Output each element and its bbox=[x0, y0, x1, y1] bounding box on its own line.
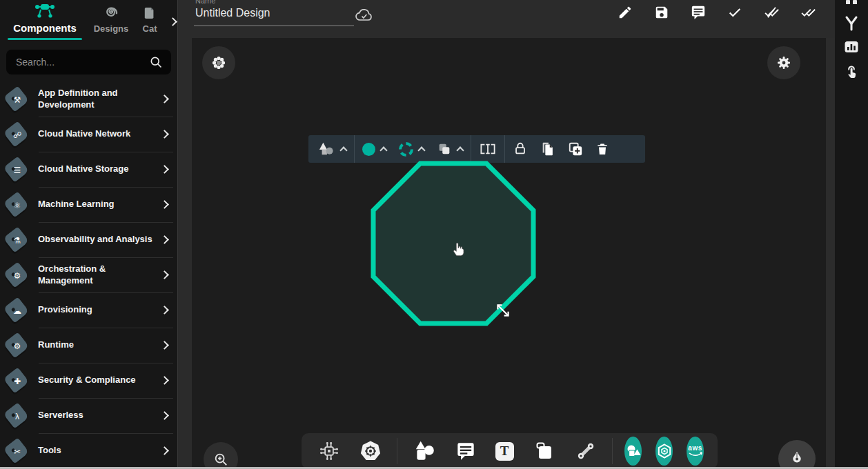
tab-scroll-chevron[interactable] bbox=[170, 15, 176, 28]
sidebar-list: ⚒ App Definition and Development ☍ Cloud… bbox=[0, 81, 177, 468]
chevron-right-icon bbox=[160, 411, 169, 420]
chevron-right-icon bbox=[160, 306, 169, 315]
chevron-up-icon bbox=[339, 146, 347, 154]
tab-designs[interactable]: Designs bbox=[87, 0, 135, 34]
sidebar-item-orchestration-management[interactable]: ⚙ Orchestration & Management bbox=[0, 257, 177, 292]
delete-button[interactable] bbox=[589, 135, 615, 163]
kubernetes-tool-button[interactable] bbox=[353, 440, 388, 462]
sidebar-item-label: Tools bbox=[29, 445, 161, 457]
deploy-button[interactable] bbox=[800, 5, 816, 20]
dashboard-chart-icon[interactable] bbox=[835, 39, 868, 55]
shape-picker-button[interactable] bbox=[311, 135, 353, 163]
app-definition-tag-icon: ⚒ bbox=[4, 86, 29, 112]
toolbar-divider bbox=[354, 135, 355, 163]
shapes-tool-button[interactable] bbox=[406, 440, 443, 462]
sidebar-item-label: Orchestration & Management bbox=[29, 263, 161, 287]
orchestration-tag-icon: ⚙ bbox=[4, 262, 29, 288]
partial-panel-icon[interactable] bbox=[835, 0, 868, 4]
comment-tool-button[interactable] bbox=[448, 441, 483, 461]
zoom-in-button[interactable] bbox=[204, 442, 238, 469]
design-canvas[interactable]: T bbox=[192, 38, 826, 469]
toolbar-divider bbox=[612, 438, 613, 464]
sidebar-item-label: Security & Compliance bbox=[29, 375, 161, 386]
duplicate-button[interactable] bbox=[562, 135, 589, 163]
canvas-settings-button[interactable] bbox=[767, 46, 800, 79]
arrange-button[interactable] bbox=[431, 135, 469, 163]
sidebar-item-serverless[interactable]: λ Serverless bbox=[0, 398, 177, 433]
aws-module-button[interactable]: aws bbox=[687, 437, 704, 466]
comment-button[interactable] bbox=[691, 5, 706, 20]
cloud-saved-icon bbox=[354, 7, 375, 23]
sidebar-item-provisioning[interactable]: ☁ Provisioning bbox=[0, 292, 177, 328]
hexagon-module-button[interactable] bbox=[655, 437, 673, 466]
observability-tag-icon: ⚗ bbox=[4, 227, 29, 253]
text-tool-button[interactable]: T bbox=[489, 442, 521, 461]
chevron-right-icon bbox=[160, 270, 169, 279]
sidebar-item-app-definition-development[interactable]: ⚒ App Definition and Development bbox=[0, 81, 177, 117]
component-tool-button[interactable] bbox=[311, 440, 347, 462]
components-panel: Components Designs Cat bbox=[0, 0, 178, 469]
chevron-right-icon bbox=[160, 165, 169, 174]
rename-button[interactable] bbox=[473, 135, 503, 163]
undeploy-button[interactable] bbox=[764, 5, 779, 20]
shape-toolbar bbox=[308, 135, 645, 163]
chevron-right-icon bbox=[160, 376, 169, 385]
canvas-right-gutter[interactable] bbox=[826, 38, 835, 469]
lock-button[interactable] bbox=[506, 135, 534, 163]
hexagon-module-icon bbox=[656, 443, 673, 459]
pen-tool-button[interactable] bbox=[778, 440, 816, 469]
tab-components-label: Components bbox=[13, 22, 77, 34]
edge-tool-button[interactable] bbox=[568, 441, 604, 461]
toolbar-divider bbox=[397, 438, 397, 464]
tab-designs-label: Designs bbox=[94, 23, 129, 34]
shapes-icon bbox=[317, 141, 335, 157]
chevron-up-icon bbox=[379, 146, 387, 154]
tools-tag-icon: ✂ bbox=[4, 438, 29, 464]
sidebar-item-cloud-native-network[interactable]: ☍ Cloud Native Network bbox=[0, 117, 177, 152]
shapes-module-button[interactable] bbox=[624, 437, 642, 466]
freeze-layout-button[interactable] bbox=[202, 46, 235, 79]
note-tool-button[interactable] bbox=[526, 441, 562, 461]
runtime-tag-icon: ⚙ bbox=[4, 332, 29, 359]
shapes-icon bbox=[413, 440, 436, 462]
catalog-page-icon bbox=[144, 1, 156, 21]
serverless-tag-icon: λ bbox=[4, 403, 29, 429]
pen-nib-icon bbox=[789, 450, 805, 467]
fill-color-button[interactable] bbox=[356, 135, 393, 163]
stroke-style-swatch bbox=[399, 142, 413, 157]
search-input[interactable] bbox=[14, 56, 149, 68]
stroke-style-button[interactable] bbox=[393, 135, 431, 163]
comment-icon bbox=[455, 441, 476, 461]
flowchart-y-icon[interactable] bbox=[835, 15, 868, 32]
trash-icon bbox=[595, 141, 609, 157]
text-cursor-icon bbox=[479, 141, 497, 157]
design-name-input[interactable] bbox=[194, 4, 354, 26]
tab-catalog[interactable]: Cat bbox=[135, 0, 164, 34]
toolbar-divider bbox=[471, 135, 471, 163]
sidebar-item-label: Provisioning bbox=[29, 304, 161, 316]
tab-components[interactable]: Components bbox=[3, 0, 87, 40]
chevron-right-icon bbox=[168, 17, 177, 26]
touch-interaction-icon[interactable] bbox=[835, 63, 868, 80]
chevron-right-icon bbox=[160, 130, 169, 139]
save-button[interactable] bbox=[654, 5, 669, 20]
component-search[interactable] bbox=[6, 50, 171, 74]
sidebar-item-runtime[interactable]: ⚙ Runtime bbox=[0, 328, 177, 363]
edit-button[interactable] bbox=[618, 5, 633, 20]
chevron-right-icon bbox=[160, 341, 169, 350]
sidebar-item-cloud-native-storage[interactable]: ☰ Cloud Native Storage bbox=[0, 152, 177, 187]
sidebar-item-machine-learning[interactable]: ⚛ Machine Learning bbox=[0, 187, 177, 222]
edge-link-icon bbox=[575, 441, 597, 461]
toolbar-divider bbox=[504, 135, 505, 163]
lock-icon bbox=[513, 141, 528, 157]
chevron-up-icon bbox=[417, 146, 425, 154]
chip-icon bbox=[318, 440, 340, 462]
sidebar-item-observability-analysis[interactable]: ⚗ Observability and Analysis bbox=[0, 222, 177, 257]
sidebar-item-security-compliance[interactable]: ✚ Security & Compliance bbox=[0, 363, 177, 398]
sidebar-item-tools[interactable]: ✂ Tools bbox=[0, 433, 177, 468]
aws-logo-text: aws bbox=[688, 445, 702, 452]
resize-arrow-icon[interactable] bbox=[494, 301, 512, 319]
copy-button[interactable] bbox=[534, 135, 562, 163]
chevron-right-icon bbox=[160, 235, 169, 244]
validate-button[interactable] bbox=[727, 5, 742, 20]
